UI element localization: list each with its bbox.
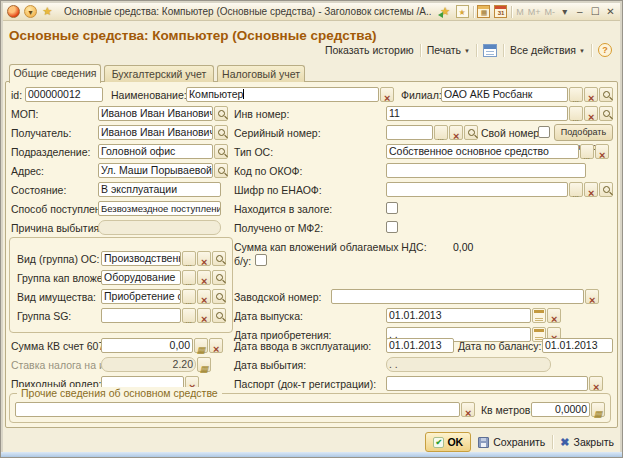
- lookup-icon[interactable]: [212, 270, 226, 285]
- clear-icon[interactable]: [197, 308, 211, 323]
- window-menu-chevron-icon[interactable]: ▾: [559, 6, 570, 17]
- mol-field[interactable]: Иванов Иван Иванович: [98, 106, 213, 121]
- clear-icon[interactable]: [197, 289, 211, 304]
- form-toolbar: Показать историю Печать Все действия ?: [325, 43, 612, 57]
- select-icon[interactable]: [434, 125, 448, 140]
- tab-accounting[interactable]: Бухгалтерский учет: [104, 65, 214, 82]
- lookup-icon[interactable]: [214, 144, 228, 159]
- clear-icon[interactable]: [547, 308, 561, 323]
- lookup-icon[interactable]: [212, 289, 226, 304]
- balance-date-field[interactable]: 01.01.2013: [542, 338, 613, 353]
- memory-m-plus-button[interactable]: M+: [528, 7, 541, 17]
- add-favorite-icon[interactable]: [439, 5, 452, 18]
- clear-icon[interactable]: [595, 144, 609, 159]
- name-field[interactable]: Компьютер: [186, 87, 379, 102]
- capex-group-field[interactable]: Оборудование: [101, 270, 181, 285]
- department-field[interactable]: Головной офис: [98, 144, 213, 159]
- sq-meters-field[interactable]: 0,0000: [531, 402, 590, 417]
- close-form-button[interactable]: ✖ Закрыть: [560, 436, 614, 449]
- os-type-field[interactable]: Собственное основное средство: [386, 144, 579, 159]
- lookup-icon[interactable]: [599, 87, 613, 102]
- own-number-checkbox[interactable]: [538, 126, 550, 138]
- inv-number-field[interactable]: 11: [386, 106, 568, 121]
- select-icon[interactable]: [182, 289, 196, 304]
- clear-icon[interactable]: [380, 87, 394, 102]
- lookup-icon[interactable]: [599, 182, 613, 197]
- branch-field[interactable]: ОАО АКБ Росбанк: [441, 87, 568, 102]
- all-actions-button[interactable]: Все действия: [510, 44, 585, 56]
- lookup-icon[interactable]: [214, 125, 228, 140]
- calculator-picker-icon[interactable]: [197, 357, 211, 372]
- id-field[interactable]: 000000012: [25, 87, 103, 102]
- passport-field[interactable]: [386, 376, 588, 391]
- clear-icon[interactable]: [449, 125, 463, 140]
- calculator-icon[interactable]: [477, 5, 490, 18]
- pledged-checkbox[interactable]: [386, 202, 398, 214]
- release-date-field[interactable]: 01.01.2013: [386, 308, 531, 323]
- address-field[interactable]: Ул. Маши Порываевой д.34: [98, 163, 213, 178]
- select-icon[interactable]: [182, 251, 196, 266]
- calculator-picker-icon[interactable]: [194, 338, 208, 353]
- factory-number-field[interactable]: [331, 289, 584, 304]
- used-flag-checkbox[interactable]: [255, 254, 267, 266]
- state-field[interactable]: В эксплуатации: [98, 182, 221, 197]
- clear-icon[interactable]: [589, 376, 603, 391]
- ok-button[interactable]: OK: [425, 432, 471, 452]
- clear-icon[interactable]: [209, 338, 223, 353]
- lookup-icon[interactable]: [464, 125, 478, 140]
- clear-icon[interactable]: [585, 289, 599, 304]
- show-history-button[interactable]: Показать историю: [325, 44, 414, 56]
- clear-icon[interactable]: [584, 182, 598, 197]
- tab-general[interactable]: Общие сведения: [9, 64, 101, 83]
- pick-number-button[interactable]: Подобрать номер: [554, 124, 613, 141]
- minimize-button[interactable]: –: [574, 6, 585, 17]
- close-button[interactable]: ✕: [605, 6, 616, 17]
- clear-icon[interactable]: [197, 270, 211, 285]
- clear-icon[interactable]: [461, 402, 475, 417]
- clear-icon[interactable]: [584, 106, 598, 121]
- receipt-method-field[interactable]: Безвозмездное поступление: [98, 201, 221, 216]
- kv-sum-field[interactable]: 0,00: [101, 338, 193, 353]
- favorites-panel-icon[interactable]: [456, 5, 469, 18]
- clear-icon[interactable]: [197, 251, 211, 266]
- lookup-icon[interactable]: [599, 106, 613, 121]
- receiver-field[interactable]: Иванов Иван Иванович: [98, 125, 213, 140]
- report-icon[interactable]: [483, 44, 497, 57]
- 1c-logo-icon[interactable]: [7, 5, 20, 18]
- print-menu-button[interactable]: Печать: [427, 44, 470, 56]
- disposal-reason-label: Причина выбытия:: [11, 222, 102, 234]
- vat-capex-sum-value: 0,00: [453, 241, 473, 253]
- clear-icon[interactable]: [584, 87, 598, 102]
- select-icon[interactable]: [569, 106, 583, 121]
- calculator-picker-icon[interactable]: [591, 402, 605, 417]
- serial-number-field[interactable]: [386, 125, 433, 140]
- tab-tax[interactable]: Налоговый учет: [217, 65, 305, 82]
- os-group-field[interactable]: Производственный и хо: [101, 251, 181, 266]
- enaof-code-field[interactable]: [386, 182, 568, 197]
- select-icon[interactable]: [580, 144, 594, 159]
- property-kind-field[interactable]: Приобретение основны: [101, 289, 181, 304]
- save-button[interactable]: Сохранить: [478, 436, 545, 448]
- lookup-icon[interactable]: [214, 106, 228, 121]
- sg-group-field[interactable]: [101, 308, 181, 323]
- maximize-button[interactable]: ☐: [590, 6, 601, 17]
- commissioning-date-field[interactable]: 01.01.2013: [386, 338, 454, 353]
- favorites-star-icon[interactable]: [41, 5, 54, 18]
- memory-m-minus-button[interactable]: M-: [545, 7, 556, 17]
- memory-m-button[interactable]: M: [516, 7, 524, 17]
- vat-capex-sum-label: Сумма кап вложений облагаемых НДС:: [234, 241, 427, 253]
- select-icon[interactable]: [182, 308, 196, 323]
- lookup-icon[interactable]: [212, 308, 226, 323]
- help-icon[interactable]: ?: [598, 43, 612, 57]
- lookup-icon[interactable]: [212, 251, 226, 266]
- main-menu-icon[interactable]: [24, 5, 37, 18]
- select-icon[interactable]: [569, 87, 583, 102]
- calendar-icon[interactable]: [494, 5, 507, 18]
- select-icon[interactable]: [182, 270, 196, 285]
- other-info-field[interactable]: [15, 402, 460, 417]
- calendar-picker-icon[interactable]: [532, 308, 546, 323]
- lookup-icon[interactable]: [214, 163, 228, 178]
- select-icon[interactable]: [569, 182, 583, 197]
- okof-code-field[interactable]: [386, 163, 586, 178]
- received-mf2-checkbox[interactable]: [386, 221, 398, 233]
